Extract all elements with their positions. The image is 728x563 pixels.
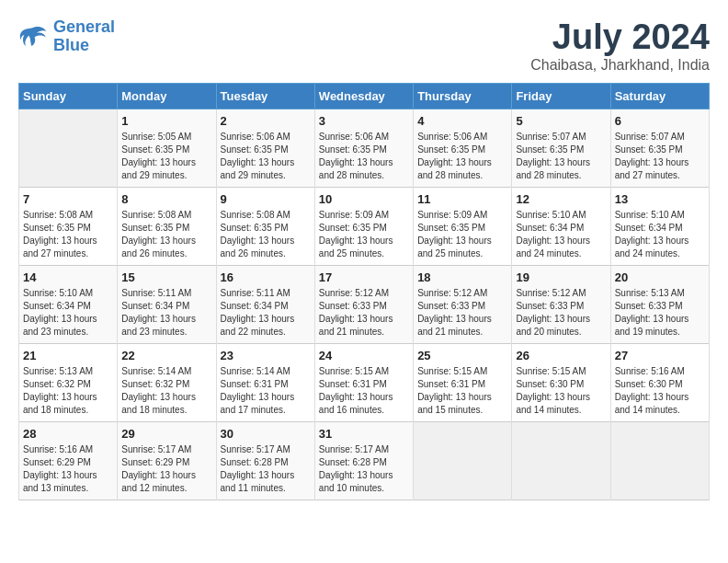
calendar-cell bbox=[19, 109, 118, 187]
logo: General Blue bbox=[18, 18, 115, 55]
day-number: 14 bbox=[23, 270, 113, 284]
cell-info: Sunrise: 5:17 AMSunset: 6:29 PMDaylight:… bbox=[121, 443, 211, 495]
day-number: 15 bbox=[121, 270, 211, 284]
cell-info: Sunrise: 5:14 AMSunset: 6:31 PMDaylight:… bbox=[221, 365, 311, 417]
week-row-5: 28 Sunrise: 5:16 AMSunset: 6:29 PMDaylig… bbox=[19, 421, 710, 500]
logo-icon bbox=[18, 24, 48, 50]
cell-info: Sunrise: 5:10 AMSunset: 6:34 PMDaylight:… bbox=[615, 209, 705, 260]
day-number: 3 bbox=[319, 114, 409, 128]
day-number: 8 bbox=[121, 192, 211, 206]
calendar-cell: 15 Sunrise: 5:11 AMSunset: 6:34 PMDaylig… bbox=[118, 265, 216, 343]
calendar-cell: 8 Sunrise: 5:08 AMSunset: 6:35 PMDayligh… bbox=[118, 187, 216, 265]
week-row-1: 1 Sunrise: 5:05 AMSunset: 6:35 PMDayligh… bbox=[19, 109, 710, 187]
page-header: General Blue July 2024 Chaibasa, Jharkha… bbox=[18, 18, 710, 74]
cell-info: Sunrise: 5:11 AMSunset: 6:34 PMDaylight:… bbox=[121, 287, 211, 339]
cell-info: Sunrise: 5:06 AMSunset: 6:35 PMDaylight:… bbox=[319, 131, 409, 182]
cell-info: Sunrise: 5:15 AMSunset: 6:30 PMDaylight:… bbox=[516, 365, 606, 417]
day-number: 26 bbox=[516, 349, 606, 362]
calendar-cell: 21 Sunrise: 5:13 AMSunset: 6:32 PMDaylig… bbox=[19, 343, 118, 421]
calendar-cell: 14 Sunrise: 5:10 AMSunset: 6:34 PMDaylig… bbox=[19, 265, 118, 343]
day-number: 22 bbox=[121, 349, 211, 362]
day-number: 6 bbox=[615, 114, 705, 128]
day-number: 16 bbox=[221, 270, 311, 284]
calendar-cell: 6 Sunrise: 5:07 AMSunset: 6:35 PMDayligh… bbox=[610, 109, 709, 187]
logo-text: General Blue bbox=[53, 18, 115, 55]
cell-info: Sunrise: 5:07 AMSunset: 6:35 PMDaylight:… bbox=[615, 131, 705, 182]
day-number: 17 bbox=[319, 270, 409, 284]
calendar-cell bbox=[610, 421, 709, 500]
calendar-cell: 9 Sunrise: 5:08 AMSunset: 6:35 PMDayligh… bbox=[216, 187, 314, 265]
day-number: 12 bbox=[516, 192, 606, 206]
calendar-cell: 18 Sunrise: 5:12 AMSunset: 6:33 PMDaylig… bbox=[414, 265, 512, 343]
calendar-cell: 27 Sunrise: 5:16 AMSunset: 6:30 PMDaylig… bbox=[610, 343, 709, 421]
calendar-cell: 19 Sunrise: 5:12 AMSunset: 6:33 PMDaylig… bbox=[512, 265, 610, 343]
header-row: SundayMondayTuesdayWednesdayThursdayFrid… bbox=[19, 83, 710, 109]
day-number: 10 bbox=[319, 192, 409, 206]
day-number: 24 bbox=[319, 349, 409, 362]
calendar-cell: 11 Sunrise: 5:09 AMSunset: 6:35 PMDaylig… bbox=[414, 187, 512, 265]
cell-info: Sunrise: 5:13 AMSunset: 6:32 PMDaylight:… bbox=[23, 365, 113, 417]
calendar-cell: 23 Sunrise: 5:14 AMSunset: 6:31 PMDaylig… bbox=[216, 343, 314, 421]
calendar-cell: 26 Sunrise: 5:15 AMSunset: 6:30 PMDaylig… bbox=[512, 343, 610, 421]
month-title: July 2024 bbox=[530, 18, 710, 57]
cell-info: Sunrise: 5:12 AMSunset: 6:33 PMDaylight:… bbox=[417, 287, 507, 339]
calendar-cell: 20 Sunrise: 5:13 AMSunset: 6:33 PMDaylig… bbox=[610, 265, 709, 343]
cell-info: Sunrise: 5:09 AMSunset: 6:35 PMDaylight:… bbox=[417, 209, 507, 260]
day-number: 21 bbox=[23, 349, 113, 362]
week-row-4: 21 Sunrise: 5:13 AMSunset: 6:32 PMDaylig… bbox=[19, 343, 710, 421]
calendar-table: SundayMondayTuesdayWednesdayThursdayFrid… bbox=[18, 83, 710, 500]
calendar-cell: 5 Sunrise: 5:07 AMSunset: 6:35 PMDayligh… bbox=[512, 109, 610, 187]
calendar-cell: 3 Sunrise: 5:06 AMSunset: 6:35 PMDayligh… bbox=[314, 109, 413, 187]
day-number: 2 bbox=[221, 114, 311, 128]
header-thursday: Thursday bbox=[414, 83, 512, 109]
day-number: 11 bbox=[417, 192, 507, 206]
calendar-cell: 7 Sunrise: 5:08 AMSunset: 6:35 PMDayligh… bbox=[19, 187, 118, 265]
cell-info: Sunrise: 5:15 AMSunset: 6:31 PMDaylight:… bbox=[417, 365, 507, 417]
week-row-2: 7 Sunrise: 5:08 AMSunset: 6:35 PMDayligh… bbox=[19, 187, 710, 265]
calendar-cell: 29 Sunrise: 5:17 AMSunset: 6:29 PMDaylig… bbox=[118, 421, 216, 500]
day-number: 29 bbox=[121, 427, 211, 441]
calendar-cell: 28 Sunrise: 5:16 AMSunset: 6:29 PMDaylig… bbox=[19, 421, 118, 500]
calendar-cell: 22 Sunrise: 5:14 AMSunset: 6:32 PMDaylig… bbox=[118, 343, 216, 421]
calendar-cell: 17 Sunrise: 5:12 AMSunset: 6:33 PMDaylig… bbox=[314, 265, 413, 343]
day-number: 5 bbox=[516, 114, 606, 128]
cell-info: Sunrise: 5:08 AMSunset: 6:35 PMDaylight:… bbox=[23, 209, 113, 260]
cell-info: Sunrise: 5:08 AMSunset: 6:35 PMDaylight:… bbox=[221, 209, 311, 260]
cell-info: Sunrise: 5:11 AMSunset: 6:34 PMDaylight:… bbox=[221, 287, 311, 339]
day-number: 4 bbox=[417, 114, 507, 128]
cell-info: Sunrise: 5:06 AMSunset: 6:35 PMDaylight:… bbox=[417, 131, 507, 182]
day-number: 27 bbox=[615, 349, 705, 362]
cell-info: Sunrise: 5:10 AMSunset: 6:34 PMDaylight:… bbox=[516, 209, 606, 260]
cell-info: Sunrise: 5:15 AMSunset: 6:31 PMDaylight:… bbox=[319, 365, 409, 417]
calendar-cell bbox=[512, 421, 610, 500]
cell-info: Sunrise: 5:13 AMSunset: 6:33 PMDaylight:… bbox=[615, 287, 705, 339]
calendar-cell: 1 Sunrise: 5:05 AMSunset: 6:35 PMDayligh… bbox=[118, 109, 216, 187]
location: Chaibasa, Jharkhand, India bbox=[530, 57, 710, 74]
header-monday: Monday bbox=[118, 83, 216, 109]
header-saturday: Saturday bbox=[610, 83, 709, 109]
day-number: 19 bbox=[516, 270, 606, 284]
day-number: 20 bbox=[615, 270, 705, 284]
calendar-cell: 10 Sunrise: 5:09 AMSunset: 6:35 PMDaylig… bbox=[314, 187, 413, 265]
header-friday: Friday bbox=[512, 83, 610, 109]
day-number: 28 bbox=[23, 427, 113, 441]
calendar-cell: 16 Sunrise: 5:11 AMSunset: 6:34 PMDaylig… bbox=[216, 265, 314, 343]
title-block: July 2024 Chaibasa, Jharkhand, India bbox=[530, 18, 710, 74]
day-number: 1 bbox=[121, 114, 211, 128]
cell-info: Sunrise: 5:06 AMSunset: 6:35 PMDaylight:… bbox=[221, 131, 311, 182]
cell-info: Sunrise: 5:17 AMSunset: 6:28 PMDaylight:… bbox=[319, 443, 409, 495]
day-number: 31 bbox=[319, 427, 409, 441]
calendar-cell: 2 Sunrise: 5:06 AMSunset: 6:35 PMDayligh… bbox=[216, 109, 314, 187]
day-number: 13 bbox=[615, 192, 705, 206]
cell-info: Sunrise: 5:12 AMSunset: 6:33 PMDaylight:… bbox=[516, 287, 606, 339]
cell-info: Sunrise: 5:14 AMSunset: 6:32 PMDaylight:… bbox=[121, 365, 211, 417]
header-sunday: Sunday bbox=[19, 83, 118, 109]
day-number: 23 bbox=[221, 349, 311, 362]
calendar-cell: 4 Sunrise: 5:06 AMSunset: 6:35 PMDayligh… bbox=[414, 109, 512, 187]
cell-info: Sunrise: 5:05 AMSunset: 6:35 PMDaylight:… bbox=[121, 131, 211, 182]
cell-info: Sunrise: 5:12 AMSunset: 6:33 PMDaylight:… bbox=[319, 287, 409, 339]
day-number: 30 bbox=[221, 427, 311, 441]
week-row-3: 14 Sunrise: 5:10 AMSunset: 6:34 PMDaylig… bbox=[19, 265, 710, 343]
calendar-cell: 30 Sunrise: 5:17 AMSunset: 6:28 PMDaylig… bbox=[216, 421, 314, 500]
cell-info: Sunrise: 5:08 AMSunset: 6:35 PMDaylight:… bbox=[121, 209, 211, 260]
